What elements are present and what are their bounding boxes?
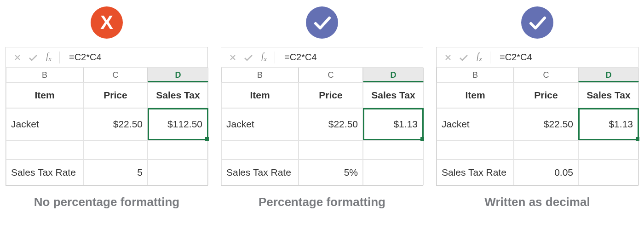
col-c-header[interactable]: C (514, 68, 578, 82)
caption: Written as decimal (484, 195, 590, 209)
cell-item[interactable]: Jacket (437, 108, 514, 140)
col-b-header[interactable]: B (6, 68, 83, 82)
cell-item[interactable]: Jacket (221, 108, 299, 140)
col-c-header[interactable]: C (83, 68, 148, 82)
check-badge (306, 6, 338, 39)
col-d-header[interactable]: D (148, 68, 208, 82)
separator (275, 52, 275, 63)
header-item[interactable]: Item (437, 82, 514, 108)
cell-price[interactable]: $22.50 (514, 108, 578, 140)
col-d-header[interactable]: D (578, 68, 639, 82)
blank-d4[interactable] (148, 160, 208, 185)
fx-icon[interactable]: fx (472, 50, 487, 65)
cell-price[interactable]: $22.50 (299, 108, 363, 140)
caption: No percentage formatting (34, 195, 179, 209)
spreadsheet: fx =C2*C4 B C D Item Price Sales Tax Jac… (436, 47, 638, 186)
cell-tax-selected[interactable]: $1.13 (578, 108, 639, 140)
col-c-header[interactable]: C (299, 68, 363, 82)
enter-icon[interactable] (25, 50, 41, 65)
formula-input[interactable]: =C2*C4 (63, 47, 207, 67)
cell-price[interactable]: $22.50 (83, 108, 148, 140)
check-icon (527, 12, 547, 33)
fx-icon[interactable]: fx (256, 50, 272, 65)
blank-d3[interactable] (148, 140, 208, 160)
formula-input[interactable]: =C2*C4 (493, 47, 638, 67)
header-price[interactable]: Price (83, 82, 148, 108)
fx-icon[interactable]: fx (41, 50, 57, 65)
panels-row: X fx =C2*C4 B C D Item Price Sales Ta (6, 5, 638, 209)
cell-rate-label[interactable]: Sales Tax Rate (437, 160, 514, 185)
check-badge (521, 6, 553, 39)
header-tax[interactable]: Sales Tax (578, 82, 639, 108)
cell-rate-value[interactable]: 0.05 (514, 160, 578, 185)
cancel-icon[interactable] (440, 50, 456, 65)
cells-grid: B C D Item Price Sales Tax Jacket $22.50… (437, 68, 638, 185)
cell-rate-label[interactable]: Sales Tax Rate (221, 160, 299, 185)
cancel-icon[interactable] (10, 50, 25, 65)
cell-tax-selected[interactable]: $1.13 (363, 108, 424, 140)
panel-percent-format: fx =C2*C4 B C D Item Price Sales Tax Jac… (221, 5, 423, 209)
header-price[interactable]: Price (514, 82, 578, 108)
cell-item[interactable]: Jacket (6, 108, 83, 140)
cell-rate-value[interactable]: 5 (83, 160, 148, 185)
blank-d4[interactable] (578, 160, 639, 185)
header-item[interactable]: Item (6, 82, 83, 108)
formula-input[interactable]: =C2*C4 (278, 47, 423, 67)
panel-decimal: fx =C2*C4 B C D Item Price Sales Tax Jac… (436, 5, 638, 209)
enter-icon[interactable] (241, 50, 256, 65)
x-icon: X (100, 13, 113, 32)
formula-bar: fx =C2*C4 (6, 47, 207, 68)
cell-rate-value[interactable]: 5% (299, 160, 363, 185)
separator (490, 52, 490, 63)
blank-d3[interactable] (363, 140, 424, 160)
header-tax[interactable]: Sales Tax (148, 82, 208, 108)
enter-icon[interactable] (456, 50, 472, 65)
blank-b3[interactable] (6, 140, 83, 160)
col-d-header[interactable]: D (363, 68, 424, 82)
col-b-header[interactable]: B (437, 68, 514, 82)
blank-c3[interactable] (514, 140, 578, 160)
cells-grid: B C D Item Price Sales Tax Jacket $22.50… (221, 68, 423, 185)
x-badge: X (91, 6, 123, 39)
caption: Percentage formatting (259, 195, 385, 209)
blank-c3[interactable] (299, 140, 363, 160)
header-tax[interactable]: Sales Tax (363, 82, 424, 108)
separator (59, 52, 60, 63)
blank-d4[interactable] (363, 160, 424, 185)
spreadsheet: fx =C2*C4 B C D Item Price Sales Tax Jac… (6, 47, 208, 186)
spreadsheet: fx =C2*C4 B C D Item Price Sales Tax Jac… (221, 47, 423, 186)
blank-b3[interactable] (221, 140, 299, 160)
blank-b3[interactable] (437, 140, 514, 160)
cell-rate-label[interactable]: Sales Tax Rate (6, 160, 83, 185)
cells-grid: B C D Item Price Sales Tax Jacket $22.50… (6, 68, 207, 185)
blank-c3[interactable] (83, 140, 148, 160)
formula-bar: fx =C2*C4 (437, 47, 638, 68)
cell-tax-selected[interactable]: $112.50 (148, 108, 208, 140)
check-icon (312, 12, 332, 33)
cancel-icon[interactable] (225, 50, 241, 65)
panel-no-format: X fx =C2*C4 B C D Item Price Sales Ta (6, 5, 208, 209)
header-price[interactable]: Price (299, 82, 363, 108)
header-item[interactable]: Item (221, 82, 299, 108)
formula-bar: fx =C2*C4 (221, 47, 423, 68)
blank-d3[interactable] (578, 140, 639, 160)
col-b-header[interactable]: B (221, 68, 299, 82)
